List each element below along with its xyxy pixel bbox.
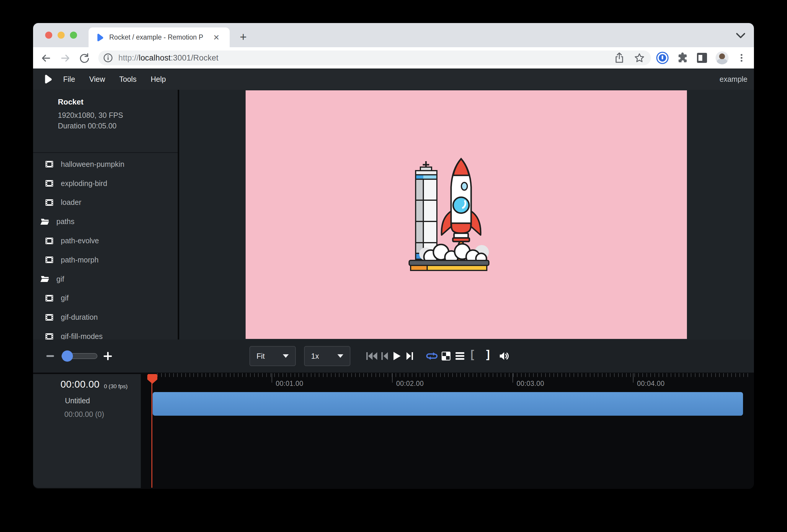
minimize-window-button[interactable]	[58, 31, 65, 39]
zoom-out-button[interactable]	[46, 355, 54, 357]
chevron-down-icon	[337, 354, 343, 358]
timeline-track-bar[interactable]	[153, 392, 743, 416]
size-dropdown[interactable]: Fit	[250, 346, 296, 366]
film-icon	[45, 257, 53, 263]
tab-title: Rocket / example - Remotion P	[109, 34, 210, 41]
remotion-favicon	[96, 34, 104, 42]
site-info-icon[interactable]	[103, 53, 113, 63]
sidebar-item-path-evolve[interactable]: path-evolve	[33, 231, 178, 250]
composition-label: halloween-pumpkin	[61, 160, 124, 169]
composition-label: loader	[61, 198, 82, 207]
bookmark-star-icon[interactable]	[634, 52, 645, 63]
profile-avatar[interactable]	[716, 51, 728, 64]
transparency-toggle-button[interactable]	[440, 351, 452, 361]
sidebar-item-exploding-bird[interactable]: exploding-bird	[33, 174, 178, 193]
rich-timeline-toggle-button[interactable]	[454, 351, 466, 361]
volume-button[interactable]	[498, 351, 510, 361]
skip-to-start-button[interactable]	[366, 351, 378, 361]
film-icon	[45, 333, 53, 340]
workspace-label: example	[720, 75, 748, 84]
sidebar-divider	[33, 152, 178, 153]
rows-icon	[455, 352, 464, 360]
launch-tower-graphic	[416, 161, 437, 259]
menu-tools[interactable]: Tools	[112, 75, 144, 84]
zoom-window-button[interactable]	[70, 31, 77, 39]
composition-label: path-evolve	[61, 236, 99, 245]
remotion-logo-icon[interactable]	[44, 75, 52, 84]
film-icon	[45, 238, 53, 244]
playhead-handle[interactable]	[147, 374, 157, 384]
timeline-ruler[interactable]	[157, 373, 751, 377]
player-controls-bar: Fit 1x	[33, 340, 754, 373]
menu-view[interactable]: View	[82, 75, 112, 84]
composition-label: exploding-bird	[61, 179, 107, 188]
new-tab-button[interactable]: +	[238, 32, 249, 43]
toolbar-extensions	[656, 51, 747, 64]
menu-file[interactable]: File	[56, 75, 82, 84]
launch-pad-graphic	[409, 260, 489, 271]
main-content: Rocket 1920x1080, 30 FPS Duration 00:05.…	[33, 90, 754, 340]
sidebar-item-gif[interactable]: gif	[33, 289, 178, 308]
film-icon	[45, 295, 53, 301]
sidebar-folder-gif[interactable]: gif	[33, 270, 178, 289]
sidebar-extension-icon[interactable]	[696, 52, 708, 64]
tab-close-icon[interactable]: ✕	[213, 34, 220, 41]
folder-label: paths	[56, 217, 75, 226]
preview-area	[179, 90, 754, 340]
film-icon	[45, 180, 53, 187]
close-window-button[interactable]	[45, 31, 52, 39]
composition-resolution: 1920x1080, 30 FPS	[58, 111, 123, 120]
traffic-lights	[45, 31, 77, 39]
tab-strip: Rocket / example - Remotion P ✕ +	[33, 23, 754, 47]
extensions-puzzle-icon[interactable]	[677, 52, 688, 64]
next-frame-button[interactable]	[404, 351, 416, 361]
composition-label: gif-duration	[61, 313, 98, 321]
in-point-button[interactable]: [	[466, 349, 478, 360]
remotion-menu-bar: File View Tools Help example	[33, 68, 754, 90]
browser-window: Rocket / example - Remotion P ✕ + http:/…	[33, 23, 754, 489]
menu-help[interactable]: Help	[144, 75, 173, 84]
browser-tab[interactable]: Rocket / example - Remotion P ✕	[89, 27, 230, 47]
track-timecode: 00:00.00 (0)	[64, 410, 104, 419]
sidebar-item-gif-fill-modes[interactable]: gif-fill-modes	[33, 327, 178, 340]
playback-rate-dropdown[interactable]: 1x	[304, 346, 350, 366]
current-frame-info: 0 (30 fps)	[104, 383, 128, 390]
loop-toggle-button[interactable]	[426, 351, 438, 361]
tab-search-chevron-icon[interactable]	[736, 33, 746, 39]
sidebar-item-gif-duration[interactable]: gif-duration	[33, 307, 178, 327]
ruler-label: 00:03.00	[517, 380, 544, 388]
rocket-graphic	[442, 159, 481, 241]
track-name: Untitled	[65, 397, 90, 405]
composition-label: gif-fill-modes	[61, 332, 103, 340]
play-icon	[394, 352, 401, 360]
sidebar-item-halloween-pumpkin[interactable]: halloween-pumpkin	[33, 155, 178, 174]
composition-title: Rocket	[58, 98, 84, 107]
ruler-major-tick	[392, 373, 392, 383]
playhead-line[interactable]	[151, 381, 152, 488]
share-icon[interactable]	[614, 52, 624, 63]
open-folder-icon	[40, 218, 49, 225]
back-icon[interactable]	[41, 53, 51, 63]
previous-frame-button[interactable]	[379, 351, 390, 361]
onepassword-extension-icon[interactable]	[656, 51, 669, 64]
chevron-down-icon	[283, 354, 289, 358]
rocket-illustration	[408, 157, 496, 272]
forward-icon[interactable]	[60, 53, 70, 63]
zoom-slider-thumb[interactable]	[62, 350, 73, 362]
address-bar[interactable]: http://localhost:3001/Rocket	[98, 50, 651, 65]
video-canvas	[246, 90, 687, 339]
timeline-panel: 00:01.00 00:02.00 00:03.00 00:04.00 00:0…	[33, 373, 754, 489]
browser-menu-dots-icon[interactable]	[736, 52, 747, 63]
sidebar-item-path-morph[interactable]: path-morph	[33, 250, 178, 270]
out-point-button[interactable]: ]	[482, 349, 494, 360]
zoom-in-button[interactable]	[104, 352, 112, 360]
sidebar-item-loader[interactable]: loader	[33, 193, 178, 212]
play-button[interactable]	[391, 351, 403, 361]
skip-to-start-icon	[366, 352, 378, 360]
sidebar-folder-paths[interactable]: paths	[33, 212, 178, 231]
composition-label: gif	[61, 294, 68, 302]
reload-icon[interactable]	[79, 53, 90, 63]
ruler-major-tick	[633, 373, 634, 383]
composition-label: path-morph	[61, 256, 99, 264]
film-icon	[45, 314, 53, 321]
